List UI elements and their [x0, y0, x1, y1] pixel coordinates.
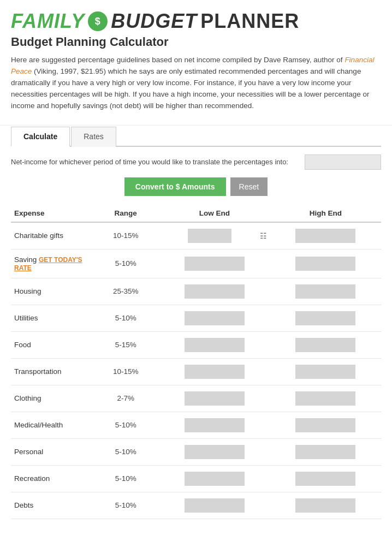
expense-cell: Transportation	[11, 358, 92, 385]
expense-cell: Saving GET TODAY'S RATE	[11, 249, 92, 278]
lowend-input[interactable]	[185, 445, 245, 459]
lowend-input[interactable]	[185, 257, 245, 271]
lowend-input[interactable]	[185, 391, 245, 406]
col-header-range: Range	[92, 205, 159, 222]
tab-bar: Calculate Rates	[11, 126, 381, 147]
highend-input[interactable]	[295, 365, 355, 379]
table-row: Housing25-35%	[11, 278, 381, 305]
table-row: Personal5-10%	[11, 438, 381, 465]
expense-cell: Personal	[11, 438, 92, 465]
convert-button[interactable]: Convert to $ Amounts	[124, 177, 226, 196]
budget-table: Expense Range Low End High End Charitabl…	[11, 205, 381, 519]
list-icon: ☷	[260, 231, 267, 240]
lowend-cell: ☷	[159, 222, 270, 249]
table-row: Transportation10-15%	[11, 358, 381, 385]
lowend-input[interactable]	[185, 418, 245, 432]
expense-cell: Medical/Health	[11, 412, 92, 438]
table-row: Recreation5-10%	[11, 465, 381, 492]
range-cell: 5-10%	[92, 465, 159, 492]
reset-button[interactable]: Reset	[230, 177, 268, 196]
highend-input[interactable]	[295, 229, 355, 243]
expense-cell: Housing	[11, 278, 92, 305]
col-header-expense: Expense	[11, 205, 92, 222]
range-cell: 5-10%	[92, 412, 159, 438]
range-cell: 10-15%	[92, 222, 159, 249]
range-cell: 5-15%	[92, 331, 159, 358]
lowend-cell	[159, 249, 270, 278]
table-row: Charitable gifts10-15%☷	[11, 222, 381, 249]
col-header-lowend: Low End	[159, 205, 270, 222]
lowend-input[interactable]	[185, 365, 245, 379]
table-row: Saving GET TODAY'S RATE5-10%	[11, 249, 381, 278]
lowend-cell	[159, 278, 270, 305]
lowend-input[interactable]	[185, 338, 245, 352]
tab-rates[interactable]: Rates	[71, 127, 116, 147]
net-income-input[interactable]	[305, 154, 381, 170]
expense-cell: Clothing	[11, 385, 92, 412]
table-row: Debts5-10%	[11, 492, 381, 519]
range-cell: 25-35%	[92, 278, 159, 305]
highend-input[interactable]	[295, 338, 355, 352]
lowend-cell	[159, 492, 270, 519]
highend-input[interactable]	[295, 472, 355, 486]
page-header: FAMILY $ BUDGET PLANNER Budget Planning …	[0, 0, 392, 126]
range-cell: 5-10%	[92, 492, 159, 519]
net-income-label: Net-income for whichever period of time …	[11, 158, 288, 166]
expense-label: Saving	[14, 255, 39, 264]
page-subtitle: Budget Planning Calculator	[11, 35, 381, 49]
highend-cell	[270, 465, 381, 492]
title-budget: BUDGET	[111, 10, 197, 33]
lowend-cell	[159, 385, 270, 412]
col-header-highend: High End	[270, 205, 381, 222]
expense-cell: Recreation	[11, 465, 92, 492]
lowend-input[interactable]	[185, 284, 245, 299]
budget-icon: $	[88, 11, 108, 31]
highend-input[interactable]	[295, 311, 355, 325]
lowend-cell	[159, 305, 270, 331]
lowend-input[interactable]	[185, 472, 245, 486]
highend-input[interactable]	[295, 391, 355, 406]
expense-cell: Charitable gifts	[11, 222, 92, 249]
highend-cell	[270, 278, 381, 305]
lowend-cell	[159, 358, 270, 385]
lowend-input[interactable]	[185, 498, 245, 513]
highend-input[interactable]	[295, 445, 355, 459]
range-cell: 5-10%	[92, 305, 159, 331]
description-text-2: (Viking, 1997, $21.95) which he says are…	[11, 67, 370, 110]
lowend-cell	[159, 465, 270, 492]
highend-input[interactable]	[295, 257, 355, 271]
title-family: FAMILY	[11, 10, 85, 33]
main-content: Calculate Rates Net-income for whichever…	[0, 126, 392, 530]
highend-cell	[270, 222, 381, 249]
highend-cell	[270, 412, 381, 438]
page-description: Here are suggested percentage guidelines…	[11, 55, 381, 112]
highend-cell	[270, 358, 381, 385]
description-text-1: Here are suggested percentage guidelines…	[11, 56, 345, 64]
action-buttons: Convert to $ Amounts Reset	[11, 177, 381, 196]
highend-cell	[270, 305, 381, 331]
highend-input[interactable]	[295, 284, 355, 299]
highend-cell	[270, 438, 381, 465]
highend-cell	[270, 331, 381, 358]
range-cell: 2-7%	[92, 385, 159, 412]
lowend-cell	[159, 331, 270, 358]
range-cell: 5-10%	[92, 249, 159, 278]
range-cell: 5-10%	[92, 438, 159, 465]
main-title: FAMILY $ BUDGET PLANNER	[11, 10, 381, 33]
lowend-input[interactable]	[185, 311, 245, 325]
table-row: Food5-15%	[11, 331, 381, 358]
title-planner: PLANNER	[200, 10, 299, 33]
table-row: Clothing2-7%	[11, 385, 381, 412]
highend-cell	[270, 385, 381, 412]
highend-cell	[270, 249, 381, 278]
expense-cell: Utilities	[11, 305, 92, 331]
lowend-cell	[159, 438, 270, 465]
highend-input[interactable]	[295, 418, 355, 432]
lowend-input[interactable]	[188, 229, 231, 243]
expense-cell: Food	[11, 331, 92, 358]
table-row: Utilities5-10%	[11, 305, 381, 331]
highend-input[interactable]	[295, 498, 355, 513]
highend-cell	[270, 492, 381, 519]
tab-calculate[interactable]: Calculate	[11, 127, 70, 147]
expense-cell: Debts	[11, 492, 92, 519]
